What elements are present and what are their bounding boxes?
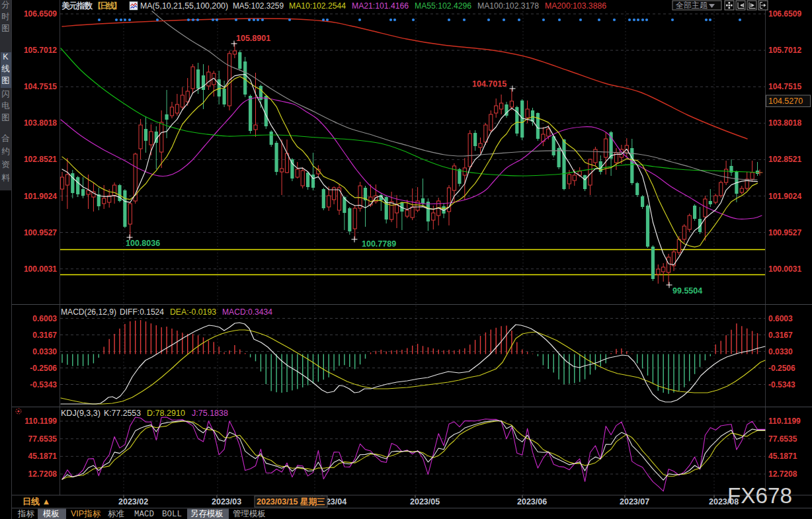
svg-text:DIFF:0.1524: DIFF:0.1524: [120, 307, 164, 317]
svg-text:101.9024: 101.9024: [24, 192, 57, 201]
svg-text:2023/03: 2023/03: [212, 497, 241, 506]
svg-text:100.7789: 100.7789: [362, 239, 396, 249]
svg-text:0.0330: 0.0330: [768, 347, 793, 356]
svg-text:104.7515: 104.7515: [24, 82, 57, 91]
svg-text:-0.5343: -0.5343: [768, 380, 795, 389]
svg-text:104.7015: 104.7015: [472, 79, 507, 89]
svg-text:约: 约: [1, 147, 10, 156]
svg-text:110.1199: 110.1199: [24, 417, 57, 426]
svg-text:MACD:0.3434: MACD:0.3434: [222, 307, 272, 317]
svg-text:资: 资: [1, 160, 10, 169]
svg-text:MA21:101.4166: MA21:101.4166: [352, 1, 409, 11]
svg-text:MA5:102.3259: MA5:102.3259: [233, 1, 284, 11]
svg-text:分: 分: [1, 0, 10, 9]
svg-text:0.3167: 0.3167: [32, 331, 57, 340]
svg-text:77.6535: 77.6535: [28, 434, 58, 444]
svg-text:12.7208: 12.7208: [28, 469, 58, 479]
svg-text:合: 合: [1, 134, 10, 143]
svg-text:45.1871: 45.1871: [768, 452, 797, 461]
svg-text:模板: 模板: [42, 509, 60, 518]
svg-text:时: 时: [1, 12, 10, 21]
svg-text:-0.2506: -0.2506: [768, 364, 795, 373]
svg-text:KDJ(9,3,3): KDJ(9,3,3): [61, 409, 101, 418]
svg-text:100.0031: 100.0031: [24, 264, 57, 274]
svg-text:105.7012: 105.7012: [768, 46, 801, 55]
svg-text:图: 图: [1, 76, 10, 85]
svg-text:MA200:103.3886: MA200:103.3886: [545, 1, 606, 11]
svg-text:BOLL: BOLL: [162, 510, 182, 519]
svg-text:K:77.2553: K:77.2553: [104, 409, 141, 418]
svg-text:标准: 标准: [108, 509, 124, 518]
svg-text:MACD(26,12,9): MACD(26,12,9): [61, 307, 116, 317]
svg-text:DEA:-0.0193: DEA:-0.0193: [170, 307, 216, 317]
svg-text:2023/03/15 星期三: 2023/03/15 星期三: [257, 497, 325, 506]
svg-text:MA10:102.2544: MA10:102.2544: [289, 1, 346, 11]
svg-text:日线 ▲: 日线 ▲: [22, 497, 50, 506]
svg-text:J:75.1838: J:75.1838: [192, 409, 228, 418]
svg-text:-0.2506: -0.2506: [30, 364, 57, 373]
svg-text:103.8018: 103.8018: [768, 118, 801, 128]
svg-text:另存模板: 另存模板: [190, 509, 223, 518]
svg-text:【日线】: 【日线】: [93, 1, 122, 11]
svg-text:FX678: FX678: [727, 483, 792, 508]
svg-text:2023/06: 2023/06: [517, 497, 547, 506]
svg-text:电: 电: [1, 101, 10, 110]
svg-text:77.6535: 77.6535: [768, 434, 797, 444]
svg-text:100.0031: 100.0031: [768, 264, 801, 274]
svg-text:料: 料: [1, 173, 10, 182]
svg-text:-0.5343: -0.5343: [30, 380, 57, 389]
svg-text:指标: 指标: [17, 509, 35, 518]
svg-text:VIP指标: VIP指标: [71, 509, 101, 518]
svg-text:110.1199: 110.1199: [768, 417, 801, 426]
svg-text:102.8521: 102.8521: [24, 155, 57, 164]
svg-text:100.9527: 100.9527: [768, 228, 801, 237]
svg-text:100.9527: 100.9527: [24, 228, 57, 237]
svg-text:105.8901: 105.8901: [236, 34, 270, 43]
svg-text:MA55:102.4296: MA55:102.4296: [415, 1, 471, 11]
svg-text:图: 图: [1, 24, 10, 33]
svg-text:D:78.2910: D:78.2910: [147, 409, 185, 418]
svg-text:106.6509: 106.6509: [24, 9, 57, 19]
svg-text:图: 图: [1, 113, 10, 122]
svg-text:104.7515: 104.7515: [768, 82, 801, 91]
svg-text:99.5504: 99.5504: [672, 286, 702, 296]
svg-text:0.6003: 0.6003: [32, 314, 57, 323]
svg-text:102.8521: 102.8521: [768, 155, 801, 164]
svg-text:0.0330: 0.0330: [32, 347, 57, 356]
svg-text:2023/05: 2023/05: [410, 497, 440, 506]
svg-text:MACD: MACD: [134, 510, 154, 519]
svg-text:全部主题: 全部主题: [676, 1, 708, 10]
svg-text:管理模板: 管理模板: [233, 509, 266, 518]
svg-text:12.7208: 12.7208: [768, 469, 797, 479]
svg-text:K: K: [3, 52, 9, 61]
svg-text:MA100:102.3178: MA100:102.3178: [477, 1, 539, 11]
svg-text:101.9024: 101.9024: [768, 192, 801, 201]
svg-text:闪: 闪: [1, 89, 10, 99]
svg-text:美元指数: 美元指数: [61, 1, 93, 11]
svg-text:104.5270: 104.5270: [768, 97, 803, 106]
svg-text:100.8036: 100.8036: [126, 239, 160, 248]
svg-text:MA(5,10,21,55,100,200): MA(5,10,21,55,100,200): [140, 1, 228, 11]
svg-text:线: 线: [1, 64, 10, 73]
svg-text:0.3167: 0.3167: [768, 331, 793, 340]
svg-text:2023/02: 2023/02: [118, 497, 148, 506]
svg-text:0.6003: 0.6003: [768, 314, 793, 323]
svg-text:106.6509: 106.6509: [768, 9, 801, 19]
svg-text:45.1871: 45.1871: [28, 452, 58, 461]
svg-text:2023/07: 2023/07: [620, 497, 649, 506]
svg-text:105.7012: 105.7012: [24, 46, 57, 55]
svg-text:103.8018: 103.8018: [24, 118, 57, 128]
